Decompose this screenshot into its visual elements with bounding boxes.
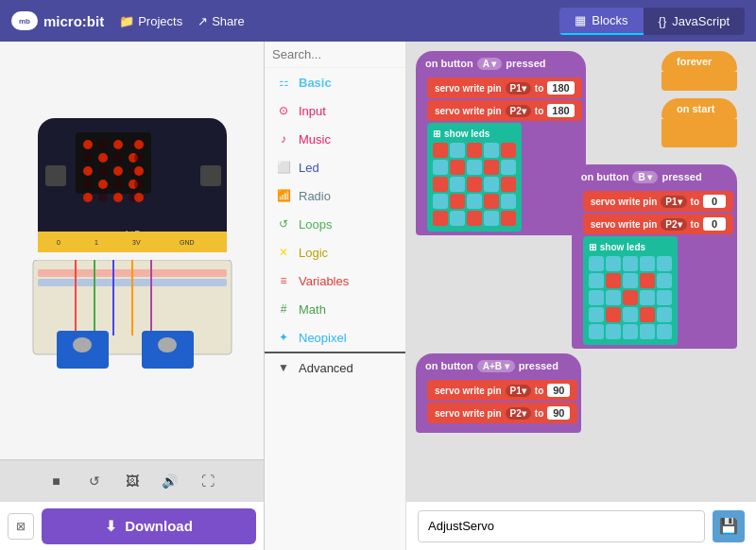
led-a-1-2[interactable] [467, 160, 482, 175]
servo-write-ab1[interactable]: servo write pin P1▾ to 90 [427, 380, 577, 401]
project-name-input[interactable] [418, 510, 705, 542]
led-a-2-4[interactable] [501, 177, 516, 192]
led-label: Led [299, 161, 319, 175]
servo-write-b1[interactable]: servo write pin P1▾ to 0 [583, 191, 733, 212]
led-a-3-2[interactable] [467, 194, 482, 209]
projects-label: Projects [138, 14, 182, 28]
servo-write-b2[interactable]: servo write pin P2▾ to 0 [583, 214, 733, 234]
on-button-a-group: on button A ▾ pressed servo write pin P1… [416, 51, 586, 235]
led-a-3-1[interactable] [450, 194, 465, 209]
screenshot-button[interactable]: 🖼 [121, 470, 144, 492]
on-button-ab-event[interactable]: on button A+B ▾ pressed [416, 353, 581, 378]
on-button-b-label: on button [581, 171, 629, 182]
led-a-4-1[interactable] [450, 211, 465, 226]
category-advanced[interactable]: ▼ Advanced [265, 352, 405, 382]
category-radio[interactable]: 📶 Radio [265, 181, 405, 210]
led-a-2-0[interactable] [433, 177, 448, 192]
led-a-2-1[interactable] [450, 177, 465, 192]
led-a-3-3[interactable] [484, 194, 499, 209]
svg-text:0: 0 [57, 239, 60, 246]
led-a-1-3[interactable] [484, 160, 499, 175]
led-a-0-2[interactable] [467, 143, 482, 158]
svg-point-4 [113, 140, 123, 149]
show-leds-b[interactable]: ⊞ show leds [583, 236, 678, 345]
svg-rect-27 [45, 165, 66, 186]
value-a2-input[interactable]: 180 [547, 104, 574, 117]
button-a-dropdown[interactable]: A ▾ [477, 58, 503, 70]
led-a-3-0[interactable] [433, 194, 448, 209]
category-logic[interactable]: ✕ Logic [265, 238, 405, 266]
tab-javascript[interactable]: {} JavaScript [644, 9, 745, 34]
servo-write-ab2[interactable]: servo write pin P2▾ to 90 [427, 403, 577, 423]
led-a-4-0[interactable] [433, 211, 448, 226]
category-basic[interactable]: ⚏ Basic [265, 68, 405, 96]
category-neopixel[interactable]: ✦ Neopixel [265, 323, 405, 352]
value-a1-input[interactable]: 180 [547, 81, 574, 95]
led-a-1-1[interactable] [450, 160, 465, 175]
led-a-0-0[interactable] [433, 143, 448, 158]
on-button-a-event[interactable]: on button A ▾ pressed [416, 51, 586, 76]
led-a-0-3[interactable] [484, 143, 499, 158]
value-b2-input[interactable]: 0 [703, 217, 726, 231]
category-math[interactable]: # Math [265, 295, 405, 323]
folder-icon: 📁 [119, 14, 134, 28]
svg-point-45 [73, 337, 92, 352]
category-led[interactable]: ⬜ Led [265, 153, 405, 181]
projects-nav[interactable]: 📁 Projects [119, 14, 182, 28]
download-label: Download [125, 518, 193, 534]
on-button-b-body: servo write pin P1▾ to 0 servo write pin… [572, 189, 737, 349]
value-b1-input[interactable]: 0 [703, 195, 726, 208]
led-a-0-1[interactable] [450, 143, 465, 158]
download-button[interactable]: ⬇ Download [42, 508, 256, 544]
button-ab-dropdown[interactable]: A+B ▾ [477, 360, 515, 372]
button-b-dropdown[interactable]: B ▾ [632, 171, 658, 183]
loops-icon: ↺ [276, 216, 291, 232]
led-a-4-3[interactable] [484, 211, 499, 226]
fullscreen-button[interactable]: ⛶ [197, 470, 219, 492]
header-nav: 📁 Projects ↗ Share [119, 14, 544, 28]
pin-ab1-dropdown[interactable]: P1▾ [506, 385, 531, 397]
led-a-1-0[interactable] [433, 160, 448, 175]
restart-button[interactable]: ↺ [83, 470, 106, 492]
servo-write-a2[interactable]: servo write pin P2▾ to 180 [427, 100, 582, 121]
download-bar: ⊠ ⬇ Download [0, 501, 264, 550]
expand-button[interactable]: ⊠ [8, 513, 34, 540]
servo-write-a1[interactable]: servo write pin P1▾ to 180 [427, 77, 582, 98]
workspace-panel[interactable]: on button A ▾ pressed servo write pin P1… [406, 42, 756, 550]
pin-b2-dropdown[interactable]: P2▾ [661, 218, 686, 231]
on-button-ab-body: servo write pin P1▾ to 90 servo write pi… [416, 378, 581, 433]
pin-ab2-dropdown[interactable]: P2▾ [506, 407, 531, 420]
category-input[interactable]: ⊙ Input [265, 96, 405, 125]
value-ab2-input[interactable]: 90 [547, 406, 570, 420]
category-variables[interactable]: ≡ Variables [265, 266, 405, 295]
led-a-2-3[interactable] [484, 177, 499, 192]
forever-block[interactable]: forever [662, 51, 737, 72]
variables-label: Variables [299, 274, 349, 288]
logic-icon: ✕ [276, 245, 291, 260]
tab-blocks[interactable]: ▦ Blocks [559, 8, 643, 35]
stop-button[interactable]: ■ [45, 470, 68, 492]
device-area: A+B 0 1 3V GND [19, 90, 246, 411]
value-ab1-input[interactable]: 90 [547, 384, 570, 397]
category-loops[interactable]: ↺ Loops [265, 210, 405, 238]
led-a-4-2[interactable] [467, 211, 482, 226]
led-a-3-4[interactable] [501, 194, 516, 209]
led-a-4-4[interactable] [501, 211, 516, 226]
servo-write-label-ab2: servo write pin [435, 408, 502, 419]
led-a-1-4[interactable] [501, 160, 516, 175]
pin-a2-dropdown[interactable]: P2▾ [506, 105, 531, 117]
pin-a1-dropdown[interactable]: P1▾ [506, 82, 531, 95]
category-music[interactable]: ♪ Music [265, 125, 405, 153]
led-a-2-2[interactable] [467, 177, 482, 192]
project-save-button[interactable]: 💾 [713, 510, 745, 542]
sound-button[interactable]: 🔊 [159, 470, 181, 492]
show-leds-a[interactable]: ⊞ show leds [427, 123, 522, 232]
svg-point-2 [83, 140, 93, 149]
svg-point-22 [83, 193, 93, 202]
share-nav[interactable]: ↗ Share [198, 14, 245, 28]
pin-b1-dropdown[interactable]: P1▾ [661, 196, 686, 208]
on-start-block[interactable]: on start [662, 98, 737, 119]
show-leds-icon-a: ⊞ [433, 129, 440, 139]
on-button-b-event[interactable]: on button B ▾ pressed [572, 164, 737, 189]
led-a-0-4[interactable] [501, 143, 516, 158]
